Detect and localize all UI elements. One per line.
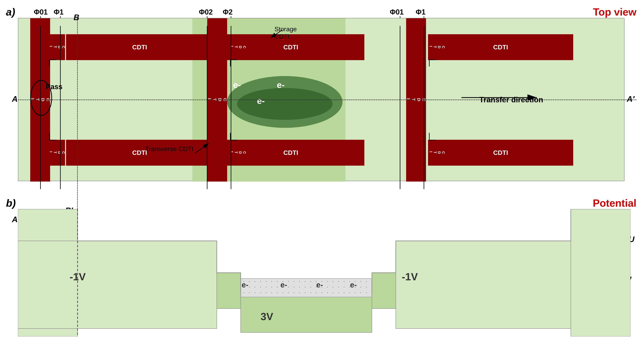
svg-rect-10 <box>217 273 241 308</box>
svg-rect-14 <box>571 209 630 336</box>
part-b-diagram: b) Potential B′ A A′ U <box>6 195 638 342</box>
svg-rect-13 <box>396 241 595 328</box>
transverse-cdti-arrow <box>193 139 217 155</box>
e-minus-1: e- <box>233 80 241 90</box>
phi-2-label: Φ2 <box>223 8 233 16</box>
storage-cdti-arrow <box>264 26 284 42</box>
top-view-label: Top view <box>593 6 636 18</box>
phi01-vertical-line-2 <box>400 26 400 189</box>
point-a-label: A <box>12 95 18 104</box>
phi-01-label-1: Φ01 <box>34 8 48 16</box>
part-b-label: b) <box>6 197 16 209</box>
transfer-direction-arrow <box>460 92 543 104</box>
cdti-vert-mid-top: CDTI <box>230 34 246 60</box>
electron-blob-inner <box>237 88 332 120</box>
e-minus-b-3: e- <box>316 281 323 289</box>
e-minus-b-2: e- <box>280 281 287 289</box>
svg-line-0 <box>270 30 282 38</box>
phi-01-label-2: Φ01 <box>390 8 404 16</box>
point-a-prime-label: A′ <box>627 95 634 104</box>
connector-5 <box>429 60 436 60</box>
connector-2v <box>49 133 50 140</box>
cdti-vert-mid-bottom: CDTI <box>230 140 246 166</box>
e-minus-b-4: e- <box>350 281 357 289</box>
connector-2 <box>49 140 56 140</box>
phi-1-label-1: Φ1 <box>54 8 64 16</box>
connector-1v <box>49 60 50 67</box>
phi-02-label: Φ02 <box>199 8 213 16</box>
cdti-vert-left-bottom: CDTI <box>49 140 65 166</box>
connector-5v <box>429 60 430 67</box>
phi-1-label-2: Φ1 <box>416 8 426 16</box>
potential-label: Potential <box>593 197 636 209</box>
volt-3v: 3V <box>260 310 273 322</box>
cdti-vert-right-bottom: CDTI <box>429 140 445 166</box>
cdti-bar-top-1: CDTI <box>66 34 213 60</box>
phi01-vertical-line-1 <box>40 26 41 189</box>
e-minus-3: e- <box>257 96 265 106</box>
phi1-vertical-line-2 <box>424 26 424 189</box>
connector-6v <box>429 133 430 140</box>
transverse-cdti-label: Transverse CDTI <box>145 145 193 153</box>
cdti-bar-bottom-3: CDTI <box>428 140 573 166</box>
phi1-vertical-line-1 <box>60 26 61 189</box>
svg-rect-12 <box>372 273 396 308</box>
phi02-vertical-line <box>207 26 208 189</box>
connector-1 <box>49 60 56 60</box>
volt-minus1v-right: -1V <box>402 271 418 283</box>
phi2-vertical-line <box>231 26 231 189</box>
cdti-bar-bottom-1: CDTI <box>66 140 213 166</box>
cdti-bar-top-3: CDTI <box>428 34 573 60</box>
dashed-line-aa <box>18 100 636 100</box>
part-a-label: a) <box>6 6 15 18</box>
part-a-diagram: a) Top view Φ01 Φ1 Φ02 Φ2 Φ01 Φ1 CDTI CD… <box>6 4 638 187</box>
point-b-label: B <box>74 13 79 22</box>
point-a-b-label: A <box>12 215 18 224</box>
connector-6 <box>429 140 436 140</box>
cdti-vert-right-top: CDTI <box>429 34 445 60</box>
cdti-vert-left-top: CDTI <box>49 34 65 60</box>
svg-rect-9 <box>18 241 217 328</box>
e-minus-b-1: e- <box>242 281 248 289</box>
e-minus-2: e- <box>277 80 284 90</box>
svg-rect-11 <box>241 293 372 332</box>
volt-minus1v-left: -1V <box>70 271 86 283</box>
main-container: a) Top view Φ01 Φ1 Φ02 Φ2 Φ01 Φ1 CDTI CD… <box>6 4 638 342</box>
potential-svg <box>18 209 630 336</box>
